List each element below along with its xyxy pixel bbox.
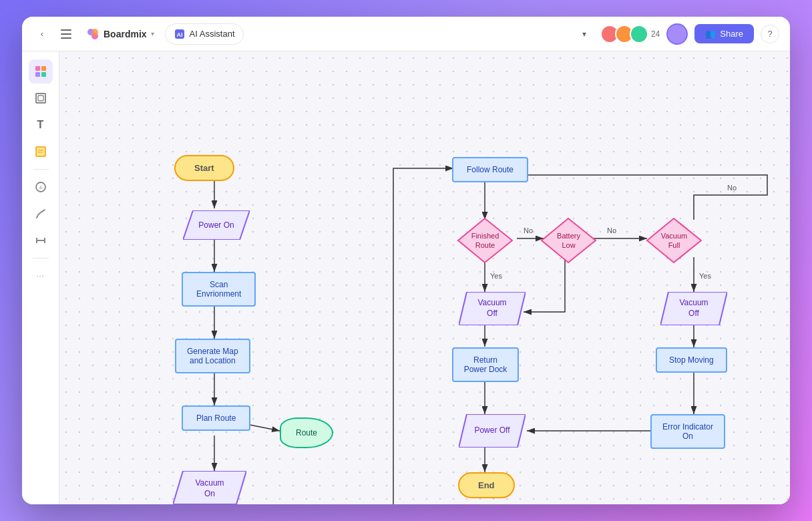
current-user-avatar xyxy=(666,23,688,45)
share-icon: 👥 xyxy=(705,29,716,39)
share-button[interactable]: 👥 Share xyxy=(694,24,754,43)
sidebar-divider-1 xyxy=(33,169,49,170)
error-indicator-node[interactable]: Error IndicatorOn xyxy=(650,414,725,449)
back-button[interactable]: ‹ xyxy=(33,25,51,43)
svg-rect-6 xyxy=(41,66,46,71)
more-tool[interactable]: ··· xyxy=(29,264,53,288)
logo-dropdown-icon: ▾ xyxy=(151,30,154,37)
vacuum-full-node[interactable]: VacuumFull xyxy=(646,217,702,264)
collaborators-avatars: 24 xyxy=(600,25,660,43)
more-icon: ··· xyxy=(36,272,44,280)
power-on-node[interactable]: Power On xyxy=(183,210,250,242)
titlebar-right: ▾ 24 👥 Share ? xyxy=(575,23,779,45)
no-vacuum-label: No xyxy=(727,184,737,192)
pen-icon xyxy=(34,207,47,220)
share-label: Share xyxy=(720,29,743,39)
yes-finished-label: Yes xyxy=(490,272,502,280)
svg-text:Vacuum: Vacuum xyxy=(195,478,224,488)
svg-rect-10 xyxy=(38,96,43,101)
svg-rect-5 xyxy=(35,66,40,71)
svg-point-2 xyxy=(91,29,98,35)
ai-icon: AI xyxy=(174,28,186,40)
text-icon: T xyxy=(37,119,44,131)
ai-assistant-button[interactable]: AI AI Assistant xyxy=(165,23,244,45)
start-node[interactable]: Start xyxy=(174,155,234,181)
plan-route-node[interactable]: Plan Route xyxy=(182,405,250,431)
svg-marker-38 xyxy=(173,471,246,504)
svg-rect-7 xyxy=(35,72,40,77)
vacuum-off-right-node[interactable]: Vacuum Off xyxy=(660,292,727,328)
svg-text:Off: Off xyxy=(487,309,497,318)
connector-icon xyxy=(34,234,47,247)
logo-area[interactable]: Boardmix ▾ xyxy=(81,25,160,43)
hamburger-line-3 xyxy=(61,37,71,39)
hamburger-line-1 xyxy=(61,29,71,31)
finished-route-node[interactable]: FinishedRoute xyxy=(457,217,514,264)
vacuum-off-left-node[interactable]: Vacuum Off xyxy=(459,292,526,328)
svg-text:Off: Off xyxy=(688,309,699,318)
collapse-button[interactable]: ▾ xyxy=(575,25,594,43)
power-off-node[interactable]: Power Off xyxy=(459,414,526,450)
svg-rect-9 xyxy=(36,94,45,103)
sidebar-divider-2 xyxy=(33,258,49,258)
main-area: T xyxy=(22,51,790,504)
sticky-tool[interactable] xyxy=(29,140,53,164)
route-node[interactable]: Route xyxy=(280,417,333,448)
battery-low-node[interactable]: BatteryLow xyxy=(540,217,597,264)
titlebar: ‹ Boardmix ▾ AI AI Assis xyxy=(22,17,790,51)
avatar-count: 24 xyxy=(651,29,660,39)
templates-icon xyxy=(34,65,47,78)
boardmix-logo-icon xyxy=(86,27,99,41)
templates-tool[interactable] xyxy=(29,59,53,83)
return-power-dock-node[interactable]: ReturnPower Dock xyxy=(452,347,519,382)
svg-text:Vacuum: Vacuum xyxy=(477,298,506,307)
avatar-3 xyxy=(630,25,648,43)
help-button[interactable]: ? xyxy=(761,25,779,43)
logo-text: Boardmix xyxy=(104,29,147,39)
shapes-icon xyxy=(34,180,47,194)
no-battery-label: No xyxy=(607,226,616,234)
svg-line-23 xyxy=(246,424,280,431)
shapes-tool[interactable] xyxy=(29,175,53,199)
no-finished-label: No xyxy=(524,226,533,234)
generate-map-node[interactable]: Generate Mapand Location xyxy=(175,339,250,373)
scan-environment-node[interactable]: ScanEnvrionment xyxy=(182,272,256,307)
frames-tool[interactable] xyxy=(29,86,53,110)
svg-text:Power On: Power On xyxy=(198,220,234,230)
svg-text:AI: AI xyxy=(176,31,182,38)
svg-text:On: On xyxy=(204,489,215,498)
ai-assistant-label: AI Assistant xyxy=(190,29,235,39)
svg-rect-8 xyxy=(41,72,46,77)
svg-text:Power Off: Power Off xyxy=(474,425,510,435)
connector-tool[interactable] xyxy=(29,228,53,252)
app-window: ‹ Boardmix ▾ AI AI Assis xyxy=(22,17,790,504)
vacuum-on-node[interactable]: Vacuum On xyxy=(173,471,246,504)
text-tool[interactable]: T xyxy=(29,113,53,137)
end-node[interactable]: End xyxy=(458,472,515,498)
svg-text:Vacuum: Vacuum xyxy=(679,298,708,307)
canvas-area[interactable]: No No No Yes Yes xyxy=(59,51,790,504)
sidebar: T xyxy=(22,51,59,504)
yes-vacuum-label: Yes xyxy=(699,272,711,280)
frames-icon xyxy=(34,92,47,105)
sticky-icon xyxy=(34,145,47,158)
stop-moving-node[interactable]: Stop Moving xyxy=(656,347,727,373)
pen-tool[interactable] xyxy=(29,202,53,226)
menu-button[interactable] xyxy=(57,25,75,43)
titlebar-left: ‹ Boardmix ▾ AI AI Assis xyxy=(33,23,244,45)
hamburger-line-2 xyxy=(61,33,71,35)
svg-rect-11 xyxy=(36,147,45,156)
follow-route-node[interactable]: Follow Route xyxy=(452,157,528,182)
